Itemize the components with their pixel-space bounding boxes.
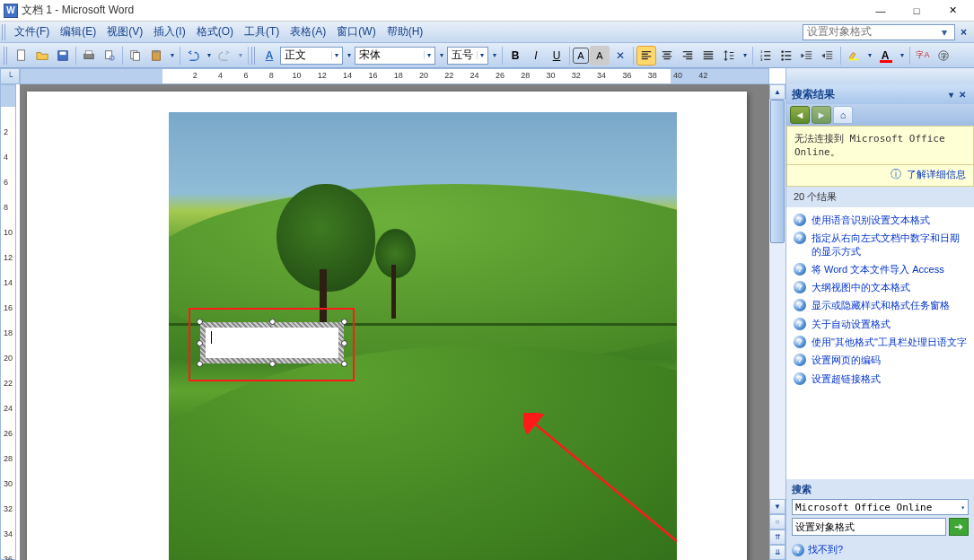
nav-home-button[interactable]: ⌂ — [833, 106, 853, 124]
font-select[interactable]: 宋体▾ — [355, 47, 435, 65]
numbering-button[interactable]: 123 — [756, 46, 776, 66]
menu-file[interactable]: 文件(F) — [9, 22, 55, 41]
result-item[interactable]: ?将 Word 文本文件导入 Access — [788, 260, 972, 278]
result-item[interactable]: ?使用语音识别设置文本格式 — [788, 211, 972, 229]
toolbar-grip[interactable] — [4, 47, 9, 65]
paste-button[interactable] — [146, 46, 166, 66]
learn-more-link[interactable]: 了解详细信息 — [907, 169, 966, 179]
phonetic-guide-button[interactable]: 字 — [934, 46, 953, 66]
menu-tools[interactable]: 工具(T) — [239, 22, 285, 41]
char-border-button[interactable]: A — [573, 48, 589, 64]
style-more-icon[interactable]: ▾ — [344, 46, 354, 66]
help-search-box[interactable]: 设置对象格式 ▾ — [803, 24, 955, 40]
line-spacing-button[interactable] — [719, 46, 739, 66]
new-doc-button[interactable] — [12, 46, 31, 66]
task-pane-close-button[interactable]: ✕ — [956, 90, 969, 100]
scroll-thumb[interactable] — [770, 100, 785, 243]
menu-help[interactable]: 帮助(H) — [382, 22, 429, 41]
document-area[interactable] — [20, 84, 769, 560]
save-button[interactable] — [53, 46, 73, 66]
result-item[interactable]: ?指定从右向左式文档中数字和日期的显示方式 — [788, 229, 972, 260]
underline-button[interactable]: U — [547, 46, 566, 66]
menu-insert[interactable]: 插入(I) — [148, 22, 190, 41]
search-go-button[interactable]: ➔ — [949, 518, 969, 536]
align-right-button[interactable] — [678, 46, 698, 66]
vertical-ruler[interactable]: 246810121416182022242628303234363840 — [0, 84, 16, 560]
font-color-dropdown-icon[interactable]: ▾ — [897, 46, 907, 66]
resize-handle-br[interactable] — [341, 361, 347, 367]
search-results-list[interactable]: ?使用语音识别设置文本格式 ?指定从右向左式文档中数字和日期的显示方式 ?将 W… — [786, 207, 974, 479]
bold-button[interactable]: B — [505, 46, 525, 66]
task-pane-menu-icon[interactable]: ▾ — [946, 90, 956, 100]
resize-handle-tr[interactable] — [341, 319, 347, 325]
resize-handle-mr[interactable] — [341, 340, 347, 346]
nav-forward-button[interactable]: ► — [812, 106, 831, 124]
result-item[interactable]: ?大纲视图中的文本格式 — [788, 278, 972, 296]
scroll-down-button[interactable]: ▼ — [769, 499, 785, 514]
decrease-indent-button[interactable] — [797, 46, 817, 66]
resize-handle-ml[interactable] — [197, 340, 203, 346]
bullets-button[interactable] — [777, 46, 796, 66]
italic-button[interactable]: I — [526, 46, 546, 66]
toolbar-grip[interactable] — [251, 47, 257, 65]
print-preview-button[interactable] — [100, 46, 119, 66]
ruler-corner[interactable]: └ — [0, 68, 20, 84]
result-item[interactable]: ?关于自动设置格式 — [788, 315, 972, 333]
menu-window[interactable]: 窗口(W) — [331, 22, 381, 41]
format-painter-button[interactable]: A — [259, 46, 279, 66]
toolbar-grip[interactable] — [2, 24, 7, 40]
prev-page-button[interactable]: ⇈ — [769, 529, 785, 545]
menu-format[interactable]: 格式(O) — [191, 22, 239, 41]
align-center-button[interactable] — [657, 46, 677, 66]
char-shading-button[interactable]: A — [590, 46, 610, 66]
close-button[interactable]: ✕ — [935, 1, 970, 21]
menu-edit[interactable]: 编辑(E) — [55, 22, 101, 41]
resize-handle-bc[interactable] — [269, 361, 276, 367]
align-distributed-button[interactable] — [698, 46, 718, 66]
asian-layout-button[interactable]: 字A — [913, 46, 933, 66]
result-item[interactable]: ?显示或隐藏样式和格式任务窗格 — [788, 296, 972, 314]
line-spacing-dropdown-icon[interactable]: ▾ — [740, 46, 750, 66]
inserted-image[interactable] — [169, 112, 677, 560]
char-scaling-button[interactable]: ✕ — [610, 46, 630, 66]
search-source-select[interactable]: Microsoft Office Online ▾ — [792, 499, 969, 515]
menu-table[interactable]: 表格(A) — [285, 22, 331, 41]
not-found-link[interactable]: 找不到? — [808, 543, 843, 556]
highlight-dropdown-icon[interactable]: ▾ — [864, 46, 874, 66]
highlight-button[interactable] — [844, 46, 864, 66]
horizontal-ruler[interactable]: 24681012141618202224262830323436384042 — [20, 68, 769, 84]
browse-object-button[interactable]: ○ — [769, 514, 785, 529]
help-search-dropdown-icon[interactable]: ▾ — [938, 26, 951, 39]
font-more-icon[interactable]: ▾ — [436, 46, 446, 66]
result-item[interactable]: ?设置超链接格式 — [788, 370, 972, 388]
align-left-button[interactable] — [636, 46, 656, 66]
scroll-up-button[interactable]: ▲ — [769, 84, 785, 100]
increase-indent-button[interactable] — [818, 46, 838, 66]
menu-view[interactable]: 视图(V) — [101, 22, 148, 41]
style-select[interactable]: 正文▾ — [280, 47, 343, 65]
undo-dropdown-icon[interactable]: ▾ — [204, 46, 214, 66]
redo-dropdown-icon[interactable]: ▾ — [235, 46, 245, 66]
resize-handle-tc[interactable] — [269, 319, 276, 325]
next-page-button[interactable]: ⇊ — [769, 545, 785, 560]
text-box[interactable] — [200, 322, 344, 363]
size-more-icon[interactable]: ▾ — [489, 46, 499, 66]
font-size-select[interactable]: 五号▾ — [447, 47, 488, 65]
undo-button[interactable] — [183, 46, 203, 66]
open-button[interactable] — [32, 46, 52, 66]
paste-dropdown-icon[interactable]: ▾ — [167, 46, 177, 66]
maximize-button[interactable]: □ — [899, 1, 935, 21]
vertical-scrollbar[interactable]: ▲ ▼ ○ ⇈ ⇊ — [769, 84, 785, 560]
copy-button[interactable] — [126, 46, 145, 66]
resize-handle-tl[interactable] — [197, 319, 203, 325]
doc-close-button[interactable]: × — [955, 26, 972, 39]
result-item[interactable]: ?使用"其他格式"工具栏处理日语文字 — [788, 333, 972, 351]
scroll-track[interactable] — [769, 100, 785, 499]
redo-button[interactable] — [215, 46, 234, 66]
resize-handle-bl[interactable] — [197, 361, 203, 367]
nav-back-button[interactable]: ◄ — [790, 106, 810, 124]
search-input[interactable]: 设置对象格式 — [792, 518, 946, 536]
print-button[interactable] — [79, 46, 99, 66]
result-item[interactable]: ?设置网页的编码 — [788, 351, 972, 369]
minimize-button[interactable]: — — [863, 1, 899, 21]
